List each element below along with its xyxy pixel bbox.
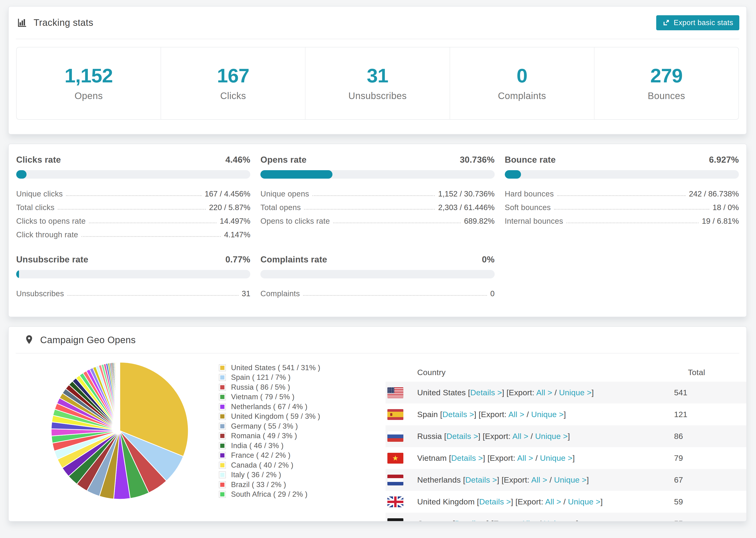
legend-item-spain: Spain ( 121 / 7% ) xyxy=(219,373,320,383)
export-label: Export: xyxy=(509,388,536,397)
details-link[interactable]: Details > xyxy=(446,432,478,441)
details-link[interactable]: Details > xyxy=(465,475,497,484)
export-all-link[interactable]: All > xyxy=(531,475,547,484)
rate-row-label: Hard bounces xyxy=(505,189,554,199)
legend-item-india: India ( 46 / 3% ) xyxy=(219,441,320,451)
export-unique-link[interactable]: Unique > xyxy=(535,432,568,441)
stat-value: 31 xyxy=(367,66,388,85)
total-cell: 121 xyxy=(674,410,747,419)
stats-summary-panel: 1,152Opens167Clicks31Unsubscribes0Compla… xyxy=(16,47,739,120)
legend-label: United Kingdom ( 59 / 3% ) xyxy=(231,412,320,421)
rates-grid: Clicks rate4.46%Unique clicks167 / 4.456… xyxy=(16,155,739,299)
legend-color-chip xyxy=(219,491,226,498)
details-link[interactable]: Details > xyxy=(479,497,511,506)
rate-row-value: 242 / 86.738% xyxy=(689,189,739,199)
bar-chart-icon xyxy=(17,17,27,28)
details-link[interactable]: Details > xyxy=(455,519,487,521)
country-cell: Germany [Details >] [Export: All > / Uni… xyxy=(417,519,674,521)
rate-row: Unique clicks167 / 4.456% xyxy=(16,186,250,199)
stat-value: 0 xyxy=(516,66,527,85)
pie-legend: United States ( 541 / 31% )Spain ( 121 /… xyxy=(219,363,320,499)
country-cell: Spain [Details >] [Export: All > / Uniqu… xyxy=(417,410,674,419)
country-cell: Vietnam [Details >] [Export: All > / Uni… xyxy=(417,454,674,463)
rate-value: 4.46% xyxy=(225,155,250,165)
geo-table-rows: United States [Details >] [Export: All >… xyxy=(386,382,747,521)
export-all-link[interactable]: All > xyxy=(521,519,537,521)
export-unique-link[interactable]: Unique > xyxy=(544,519,576,521)
rate-progress-track xyxy=(260,270,495,278)
legend-item-vietnam: Vietnam ( 79 / 5% ) xyxy=(219,392,320,402)
export-all-link[interactable]: All > xyxy=(508,410,524,419)
export-all-link[interactable]: All > xyxy=(536,388,552,397)
details-link[interactable]: Details > xyxy=(442,410,474,419)
stat-tile-opens: 1,152Opens xyxy=(17,47,161,119)
legend-label: India ( 46 / 3% ) xyxy=(231,442,284,450)
rate-header: Clicks rate4.46% xyxy=(16,155,250,165)
legend-label: Spain ( 121 / 7% ) xyxy=(231,373,291,382)
export-label: Export: xyxy=(504,475,531,484)
export-unique-link[interactable]: Unique > xyxy=(540,454,573,462)
rate-title: Complaints rate xyxy=(260,254,327,265)
rate-rows: Unique clicks167 / 4.456%Total clicks220… xyxy=(16,186,250,240)
dashboard-page: { "colors": { "accent": "#1594AA", "link… xyxy=(0,0,756,538)
rate-rows: Hard bounces242 / 86.738%Soft bounces18 … xyxy=(505,186,739,227)
rate-row-label: Click through rate xyxy=(16,230,78,240)
dotted-leader xyxy=(333,223,460,223)
dotted-leader xyxy=(67,295,239,296)
tracking-stats-card: Tracking stats Export basic stats 1,152O… xyxy=(8,6,747,134)
total-cell: 79 xyxy=(674,454,747,463)
rate-row-value: 167 / 4.456% xyxy=(205,189,250,199)
legend-label: South Africa ( 29 / 2% ) xyxy=(231,490,307,499)
details-link[interactable]: Details > xyxy=(451,454,483,462)
export-unique-link[interactable]: Unique > xyxy=(531,410,564,419)
dotted-leader xyxy=(554,209,709,210)
rate-title: Bounce rate xyxy=(505,155,556,165)
country-cell: United States [Details >] [Export: All >… xyxy=(417,388,674,397)
rate-row-label: Clicks to opens rate xyxy=(16,217,86,227)
geo-table-row-ru: Russia [Details >] [Export: All > / Uniq… xyxy=(386,425,747,447)
stat-tile-clicks: 167Clicks xyxy=(161,47,305,119)
stat-value: 279 xyxy=(650,66,682,85)
export-basic-stats-button[interactable]: Export basic stats xyxy=(656,15,739,30)
geo-table-row-nl: Netherlands [Details >] [Export: All > /… xyxy=(386,469,747,491)
legend-item-united-states: United States ( 541 / 31% ) xyxy=(219,363,320,373)
rate-row: Total opens2,303 / 61.446% xyxy=(260,199,495,213)
rate-progress-track xyxy=(260,170,495,179)
stat-label: Unsubscribes xyxy=(349,91,406,101)
total-column-header: Total xyxy=(688,368,747,377)
export-unique-link[interactable]: Unique > xyxy=(554,475,587,484)
export-label: Export: xyxy=(490,454,517,462)
legend-color-chip xyxy=(219,442,226,449)
rate-value: 0% xyxy=(482,254,495,265)
geo-opens-table: Country Total United States [Details >] … xyxy=(386,363,747,521)
country-cell: Netherlands [Details >] [Export: All > /… xyxy=(417,475,674,484)
export-unique-link[interactable]: Unique > xyxy=(559,388,592,397)
legend-color-chip xyxy=(219,394,226,401)
legend-color-chip xyxy=(219,452,226,459)
page-title: Tracking stats xyxy=(33,17,93,28)
export-all-link[interactable]: All > xyxy=(545,497,561,506)
export-label: Export: xyxy=(518,497,545,506)
details-link[interactable]: Details > xyxy=(470,388,502,397)
total-cell: 59 xyxy=(674,497,747,506)
dotted-leader xyxy=(81,236,221,237)
export-all-link[interactable]: All > xyxy=(512,432,528,441)
rate-row: Opens to clicks rate689.82% xyxy=(260,213,495,227)
export-all-link[interactable]: All > xyxy=(517,454,533,462)
dotted-leader xyxy=(89,223,216,223)
legend-label: Italy ( 36 / 2% ) xyxy=(231,471,281,479)
ru-flag-icon xyxy=(387,431,404,442)
geo-opens-header: Campaign Geo Opens xyxy=(9,327,746,353)
rate-row: Complaints0 xyxy=(260,286,495,299)
country-cell: United Kingdom [Details >] [Export: All … xyxy=(417,497,674,506)
export-unique-link[interactable]: Unique > xyxy=(568,497,601,506)
rate-row-value: 31 xyxy=(242,289,250,299)
rate-title: Clicks rate xyxy=(16,155,61,165)
rate-row: Soft bounces18 / 0% xyxy=(505,199,739,213)
rate-row-label: Soft bounces xyxy=(505,203,551,213)
country-name: Spain xyxy=(417,410,438,419)
rate-row-value: 2,303 / 61.446% xyxy=(438,203,495,213)
legend-label: United States ( 541 / 31% ) xyxy=(231,364,320,372)
rate-row-value: 18 / 0% xyxy=(713,203,739,213)
country-name: United Kingdom xyxy=(417,497,475,506)
